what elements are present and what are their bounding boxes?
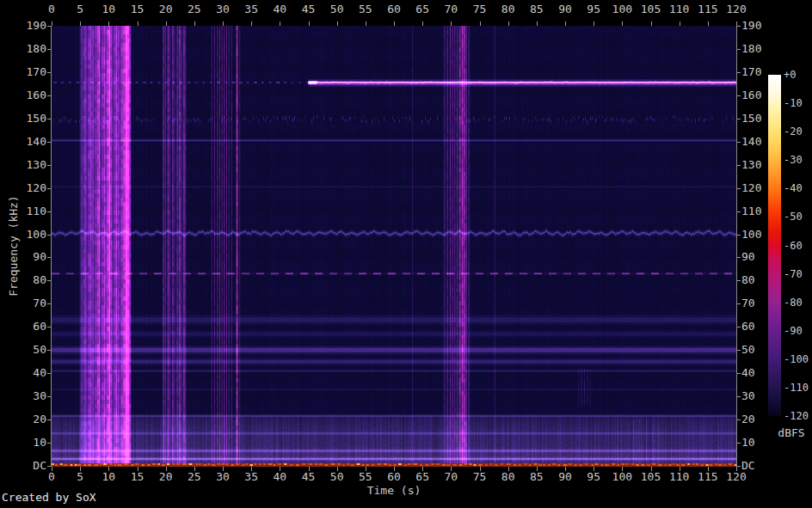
y-tick-mark-right [737,350,741,351]
y-tick-label-left: 40 [0,367,46,379]
x-tick-mark-top [108,21,109,26]
y-tick-mark-left [47,235,51,236]
y-tick-mark-left [47,419,51,420]
x-tick-mark-top [223,21,224,26]
x-tick-label-bottom: 45 [302,471,316,483]
colorbar-tick-label: -110 [784,382,809,394]
y-axis-title: Frequency (kHz) [7,195,20,296]
x-tick-label-top: 120 [726,3,746,15]
x-tick-mark-top [594,21,594,26]
x-tick-label-top: 100 [612,3,632,15]
x-tick-mark-bottom [708,467,709,471]
x-tick-mark-top [251,21,252,26]
y-tick-mark-right [737,443,741,444]
x-tick-label-top: 80 [501,3,515,15]
y-tick-label-left: 50 [0,344,46,356]
x-tick-mark-bottom [309,467,310,471]
y-tick-label-left: 180 [0,43,46,55]
x-tick-label-bottom: 100 [612,471,632,483]
x-tick-label-top: 50 [330,3,344,15]
y-tick-mark-left [47,119,51,119]
x-tick-mark-top [366,21,366,26]
y-tick-label-right: 140 [741,136,761,148]
y-tick-mark-left [47,443,51,444]
colorbar-tick-label: -90 [784,325,803,337]
x-tick-mark-bottom [52,467,52,471]
x-tick-mark-top [138,21,138,26]
y-tick-mark-right [737,396,741,397]
x-tick-mark-bottom [736,467,737,471]
y-tick-mark-right [737,303,741,304]
y-tick-label-right: 120 [741,182,761,194]
y-tick-label-right: 40 [741,367,755,379]
y-tick-label-right: 10 [741,437,755,449]
x-tick-label-top: 75 [473,3,487,15]
x-tick-mark-bottom [337,467,338,471]
y-tick-label-right: 30 [741,390,755,402]
y-tick-mark-left [47,142,51,143]
y-tick-mark-left [47,211,51,212]
y-tick-mark-left [47,26,51,27]
x-tick-mark-bottom [80,467,81,471]
y-tick-label-left: 20 [0,413,46,425]
colorbar-tick-label: -30 [784,154,803,166]
y-tick-label-left: 170 [0,66,46,78]
colorbar-tick-label: -120 [784,410,809,422]
x-tick-mark-bottom [508,467,509,471]
y-tick-mark-right [737,373,741,374]
x-tick-label-top: 20 [159,3,173,15]
spectrogram-canvas [52,26,736,467]
x-tick-label-top: 10 [102,3,116,15]
y-tick-label-left: 10 [0,437,46,449]
x-tick-label-bottom: 5 [77,471,83,483]
y-tick-mark-left [47,49,51,50]
x-tick-mark-bottom [594,467,594,471]
x-tick-mark-top [309,21,310,26]
x-tick-label-bottom: 35 [244,471,258,483]
y-tick-mark-left [47,327,51,327]
colorbar-tick-label: -50 [784,211,803,223]
y-tick-mark-right [737,49,741,50]
x-tick-mark-top [80,21,81,26]
y-tick-mark-left [47,165,51,166]
x-tick-mark-bottom [394,467,395,471]
colorbar-title: dBFS [778,426,804,439]
x-tick-label-bottom: 60 [387,471,401,483]
y-tick-mark-right [737,165,741,166]
x-tick-label-bottom: 105 [641,471,661,483]
x-tick-label-bottom: 0 [48,471,55,483]
x-tick-label-bottom: 50 [330,471,344,483]
y-tick-mark-right [737,235,741,236]
y-tick-label-right: 100 [741,229,761,241]
x-tick-mark-bottom [223,467,224,471]
colorbar-tick-label: -40 [784,182,803,194]
y-tick-label-right: 70 [741,297,755,309]
credit-text: Created by SoX [2,491,96,504]
x-tick-label-top: 60 [387,3,401,15]
x-tick-mark-bottom [451,467,452,471]
x-tick-mark-bottom [622,467,623,471]
y-tick-label-right: DC [741,460,755,472]
y-tick-mark-left [47,72,51,73]
y-tick-label-right: 160 [741,89,761,101]
y-tick-mark-right [737,211,741,212]
x-tick-mark-top [422,21,423,26]
y-tick-label-right: 190 [741,20,761,32]
colorbar-tick-label: -60 [784,240,803,252]
x-tick-label-top: 35 [244,3,258,15]
y-tick-label-right: 180 [741,43,761,55]
colorbar-tick-label: -20 [784,125,803,138]
x-tick-mark-bottom [194,467,195,471]
x-tick-mark-top [565,21,566,26]
x-axis-title: Time (s) [367,484,421,497]
x-tick-label-top: 90 [558,3,572,15]
y-tick-mark-right [737,257,741,258]
x-tick-mark-top [480,21,481,26]
y-tick-label-right: 130 [741,159,761,171]
x-tick-label-top: 55 [359,3,372,15]
x-tick-label-bottom: 115 [698,471,717,483]
x-tick-mark-top [537,21,538,26]
x-tick-label-bottom: 110 [669,471,689,483]
y-tick-label-left: 70 [0,297,46,309]
x-tick-mark-top [708,21,709,26]
